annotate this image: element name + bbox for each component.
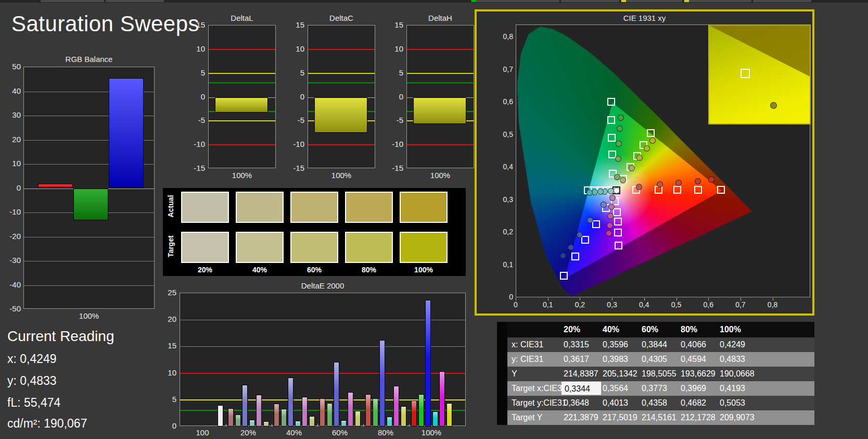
deltae-bar [387, 417, 392, 427]
table-row-gutter [497, 337, 507, 352]
delta-y-tick-label: 10 [286, 44, 304, 53]
deltae-bar [334, 362, 339, 427]
table-cell[interactable]: 0,3844 [642, 337, 679, 352]
top-tab[interactable] [471, 0, 559, 2]
top-tab[interactable] [621, 0, 682, 2]
swatch-actual-80% [345, 192, 393, 223]
top-tab[interactable] [561, 0, 619, 2]
table-row: Target y:CIE310,36480,40130,43580,46820,… [497, 396, 814, 410]
table-cell[interactable]: 0,4305 [642, 352, 679, 367]
delta-ref-line [308, 73, 375, 74]
delta-y-tick-label: -10 [385, 140, 403, 148]
calibration-dashboard: Saturation Sweeps RGB Balance 100% Delta… [0, 0, 868, 439]
deltae-group-label: 100% [409, 428, 454, 437]
table-cell[interactable]: 198,5055 [642, 367, 679, 381]
table-cell[interactable]: 0,4594 [681, 352, 718, 367]
table-cell[interactable]: 0,4358 [642, 396, 679, 410]
table-cell[interactable]: 209,9073 [720, 410, 757, 425]
deltae-bar [393, 386, 399, 427]
table-cell[interactable]: 214,5161 [642, 410, 679, 425]
rgb-y-tick-label: -20 [1, 232, 21, 241]
top-tab[interactable] [753, 0, 811, 2]
delta-ref-line [209, 49, 275, 50]
cie-target-marker [614, 229, 622, 236]
table-cell[interactable]: 0,3315 [564, 337, 601, 352]
table-row: y: CIE310,36170,39830,43050,45940,4833 [497, 352, 814, 367]
table-cell[interactable]: 214,8387 [564, 367, 601, 381]
table-cell[interactable]: 0,3969 [681, 381, 718, 396]
cie-x-tick-label: 0,2 [569, 300, 590, 309]
table-cell[interactable]: 0,5053 [720, 396, 757, 410]
table-header-gutter [497, 322, 507, 337]
cie-x-tick-label: 0,8 [762, 300, 783, 309]
top-tab[interactable] [684, 0, 751, 2]
rgb-gridline [24, 285, 154, 286]
table-cell[interactable]: 190,0668 [720, 367, 757, 381]
table-cell[interactable]: 0,3596 [603, 337, 640, 352]
table-cell[interactable]: 193,6629 [681, 367, 718, 381]
table-cell[interactable]: 217,5019 [603, 410, 640, 425]
table-cell[interactable]: 0,4066 [681, 337, 718, 352]
delta-y-tick-label: -5 [286, 116, 304, 124]
table-cell[interactable]: 0,4013 [603, 396, 640, 410]
deltae-bar [348, 392, 353, 427]
table-row-gutter [497, 410, 507, 425]
deltae-bar [228, 408, 234, 427]
current-reading-y: y: 0,4833 [7, 374, 57, 388]
rgb-balance-chart [23, 67, 155, 309]
deltae-group-tick [226, 424, 226, 427]
swatch-target-20% [181, 232, 229, 263]
current-reading-x: x: 0,4249 [7, 352, 57, 366]
cie-target-marker [560, 272, 568, 280]
delta-h-chart [406, 25, 474, 168]
reading-cdm2-label: cd/m²: [7, 417, 41, 430]
current-reading-fl: fL: 55,474 [7, 396, 60, 410]
cie-1931-chart-title: CIE 1931 xy [475, 14, 814, 22]
page-title: Saturation Sweeps [11, 11, 199, 36]
rgb-y-tick-label: -10 [1, 207, 21, 216]
delta-y-tick-label: 0 [186, 92, 205, 101]
swatch-target-100% [400, 232, 448, 263]
cie-target-marker [608, 134, 616, 142]
table-cell[interactable]: 0,4193 [720, 381, 757, 396]
deltae-2000-chart [180, 293, 466, 426]
rgb-y-tick-label: -50 [1, 304, 21, 313]
top-tab[interactable] [41, 0, 104, 2]
cie-x-tick-label: 0 [505, 300, 526, 309]
reading-x-value: 0,4249 [20, 352, 56, 366]
current-reading-heading: Current Reading [7, 328, 114, 345]
table-cell-selected[interactable]: 0,3344 [561, 382, 601, 395]
top-tab[interactable] [106, 0, 164, 2]
rgb-gridline [24, 237, 154, 237]
delta-ref-line [209, 120, 275, 121]
table-cell[interactable]: 0,3773 [642, 381, 679, 396]
table-cell[interactable]: 0,4249 [720, 337, 757, 352]
table-cell[interactable]: 0,3564 [603, 381, 640, 396]
top-tab-strip [0, 0, 868, 3]
cie-y-tick-label: 0,7 [492, 65, 513, 73]
deltae-bar [218, 405, 223, 427]
cie-target-marker [647, 129, 655, 137]
top-tab-status-mark [621, 0, 626, 2]
cie-measured-point [695, 178, 701, 184]
delta-l-x-label: 100% [208, 171, 276, 180]
cie-target-marker [592, 220, 600, 228]
deltae-bar [446, 403, 452, 427]
table-cell[interactable]: 0,4682 [681, 396, 718, 410]
cie-measured-point [586, 190, 593, 196]
table-cell[interactable]: 0,3648 [564, 396, 601, 410]
table-cell[interactable]: 0,4833 [720, 352, 757, 367]
cie-target-marker [607, 98, 615, 106]
delta-y-tick-label: 5 [186, 68, 205, 77]
swatch-col-label: 100% [400, 266, 448, 274]
actual-target-swatch-panel: ActualTarget20%40%60%80%100% [163, 188, 466, 276]
table-cell[interactable]: 205,1342 [603, 367, 640, 381]
cie-target-marker [717, 186, 725, 194]
table-cell[interactable]: 221,3879 [564, 410, 601, 425]
table-cell[interactable]: 0,3617 [564, 352, 601, 367]
deltae-bar [309, 416, 315, 427]
table-cell[interactable]: 0,3983 [603, 352, 640, 367]
deltae-bar [302, 397, 308, 427]
table-cell[interactable]: 212,1728 [681, 410, 718, 425]
delta-value-bar [314, 97, 367, 133]
